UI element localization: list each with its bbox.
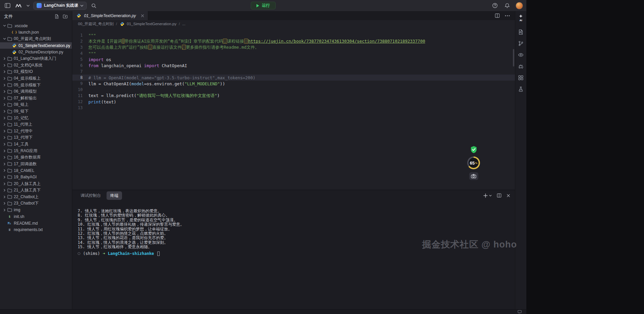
breadcrumb-item[interactable]: 00_开篇词_奇点时刻	[78, 21, 114, 27]
code-line[interactable]: 11text = llm.predict("请给我写一句情人节红玫瑰的中文宣传语…	[72, 93, 515, 99]
folder-icon	[7, 175, 12, 179]
code-line[interactable]: 7	[72, 69, 515, 75]
panel-tab[interactable]: 调试控制台	[77, 191, 105, 200]
new-folder-icon[interactable]	[63, 14, 68, 19]
tree-item-label: 02_PictureDescription.py	[18, 50, 63, 54]
file-explorer-sidebar: 文件 .vscode{ }launch.json00_开篇词_奇点时刻01_Si…	[0, 11, 72, 309]
tree-item-label: 03_模型IO	[14, 69, 33, 75]
split-editor-icon[interactable]	[495, 13, 500, 18]
folder-icon	[7, 109, 12, 114]
tree-item-label: init.sh	[14, 214, 24, 219]
tree-item[interactable]: 02_文档QA系统	[0, 62, 72, 69]
code-review-icon[interactable]	[516, 50, 526, 59]
code-line[interactable]: 9llm = ChatOpenAI(model=os.environ.get("…	[72, 81, 515, 87]
code-line[interactable]: 2本文件是【开篇词|带你亲证AI应用开发的“奇点”时刻】章节的配套代码，课程链接…	[72, 38, 515, 44]
tree-item[interactable]: 21_人脉工具下	[0, 187, 72, 194]
new-terminal-icon[interactable]	[483, 193, 492, 198]
folder-icon	[7, 83, 12, 87]
tree-item[interactable]: M↓README.md	[0, 220, 72, 227]
new-file-icon[interactable]	[54, 14, 59, 19]
code-line[interactable]: 6from langchain_openai import ChatOpenAI	[72, 62, 515, 69]
feedback-chat-icon[interactable]	[518, 310, 522, 314]
python-file-icon	[119, 22, 125, 26]
tree-item[interactable]: 09_链下	[0, 108, 72, 115]
help-icon[interactable]	[491, 2, 499, 10]
chevron-right-icon	[2, 90, 7, 93]
tree-item[interactable]: 10_记忆	[0, 115, 72, 121]
tree-item[interactable]: 14_工具	[0, 141, 72, 148]
run-button[interactable]: 运行	[251, 2, 276, 9]
tree-item[interactable]: 01_LangChain快速入门	[0, 55, 72, 62]
close-tab-icon[interactable]	[141, 14, 144, 17]
tree-item[interactable]: 13_代理下	[0, 134, 72, 141]
tree-item[interactable]: 16_操作数据库	[0, 154, 72, 161]
code-editor[interactable]: 1"""2本文件是【开篇词|带你亲证AI应用开发的“奇点”时刻】章节的配套代码，…	[72, 28, 515, 190]
breadcrumb-item[interactable]: 01_SimpleTextGeneration.py	[119, 22, 176, 26]
tree-item[interactable]: $init.sh	[0, 213, 72, 220]
tree-item[interactable]: 23_Chatbot下	[0, 200, 72, 207]
folder-icon	[7, 70, 12, 74]
tree-item[interactable]: 11_代理上	[0, 121, 72, 128]
editor-tab[interactable]: 01_SimpleTextGeneration.py	[72, 11, 148, 20]
notifications-bell-icon[interactable]	[503, 2, 511, 10]
tree-item[interactable]: 04_提示模板上	[0, 75, 72, 82]
close-panel-icon[interactable]	[507, 194, 510, 197]
tree-item[interactable]: 02_PictureDescription.py	[0, 49, 72, 55]
tree-item[interactable]: 05_提示模板下	[0, 82, 72, 88]
tree-item[interactable]: 12_代理中	[0, 128, 72, 135]
file-search-icon[interactable]	[516, 27, 526, 37]
panel-tab[interactable]: 终端	[107, 191, 122, 200]
tree-item[interactable]: 06_调用模型	[0, 88, 72, 95]
logo-chevron-down-icon[interactable]	[26, 2, 30, 10]
code-line[interactable]: 5import os	[72, 56, 515, 62]
split-panel-icon[interactable]	[497, 193, 501, 198]
user-avatar[interactable]	[516, 2, 523, 9]
tree-item[interactable]: 00_开篇词_奇点时刻	[0, 36, 72, 42]
chevron-right-icon	[2, 169, 7, 172]
main-area: 文件 .vscode{ }launch.json00_开篇词_奇点时刻01_Si…	[0, 11, 526, 309]
lab-flask-icon[interactable]	[516, 84, 526, 94]
tree-item[interactable]: 03_模型IO	[0, 69, 72, 75]
tree-item[interactable]: 15_RAG应用	[0, 147, 72, 154]
folder-icon	[7, 188, 12, 192]
layout-toggle-icon[interactable]	[3, 2, 11, 10]
code-text: from langchain_openai import ChatOpenAI	[88, 63, 187, 68]
apps-grid-icon[interactable]	[516, 73, 526, 82]
tree-item[interactable]: ≣requirements.txt	[0, 226, 72, 233]
tree-item[interactable]: img	[0, 207, 72, 214]
code-line[interactable]: 12print(text)	[72, 99, 515, 105]
tree-item[interactable]: { }launch.json	[0, 29, 72, 36]
tree-item[interactable]: 18_CAMEL	[0, 167, 72, 174]
tree-item[interactable]: 01_SimpleTextGeneration.py	[0, 42, 72, 49]
tree-item[interactable]: 20_人脉工具上	[0, 180, 72, 187]
marscode-logo[interactable]	[14, 2, 23, 10]
screenshot-camera-icon[interactable]	[469, 172, 478, 180]
chevron-right-icon	[2, 202, 7, 205]
security-shield-icon[interactable]	[470, 146, 477, 153]
code-line[interactable]: 8# llm = OpenAI(model_name="gpt-3.5-turb…	[72, 75, 515, 81]
ai-assistant-button[interactable]: AI	[519, 14, 523, 22]
tree-item[interactable]: .vscode	[0, 23, 72, 29]
score-badge[interactable]: 65%	[467, 156, 480, 169]
code-line[interactable]: 10	[72, 87, 515, 93]
editor-scrollbar[interactable]	[513, 49, 514, 66]
search-icon[interactable]	[90, 2, 98, 10]
project-switcher[interactable]: LangChain 实战课	[33, 2, 87, 10]
project-chevron-down-icon	[80, 5, 83, 7]
code-line[interactable]: 13	[72, 105, 515, 111]
code-line[interactable]: 1"""	[72, 32, 515, 38]
tree-item[interactable]: 08_链上	[0, 101, 72, 108]
source-control-icon[interactable]	[516, 39, 526, 48]
debug-icon[interactable]	[516, 61, 526, 71]
more-actions-icon[interactable]	[505, 15, 510, 16]
tree-item[interactable]: 19_BabyAGI	[0, 174, 72, 181]
terminal-output[interactable]: 7. 情人节，送她红玫瑰，表达最炽热的爱意。8. 红玫瑰，情人节的爱情密码，解锁…	[72, 201, 515, 309]
breadcrumb-item[interactable]: ...	[182, 22, 186, 26]
tree-item[interactable]: 17_回调函数	[0, 161, 72, 167]
play-icon	[256, 4, 259, 7]
code-line[interactable]: 3您可以点击最上方的“运行”按钮，直接运行该文件。更多操作指引请参考Readme…	[72, 44, 515, 50]
tree-item[interactable]: 07_解析输出	[0, 95, 72, 102]
tree-item[interactable]: 22_Chatbot上	[0, 193, 72, 200]
line-number: 10	[72, 87, 88, 92]
code-line[interactable]: 4"""	[72, 50, 515, 56]
